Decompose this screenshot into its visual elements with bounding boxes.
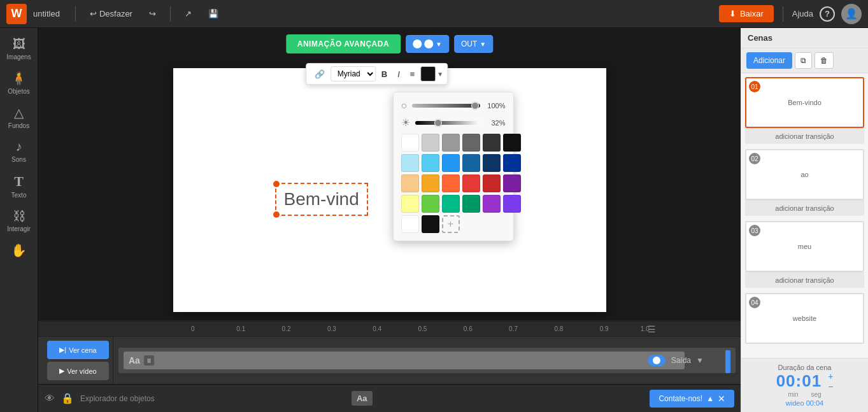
- link-button[interactable]: 🔗: [310, 67, 329, 82]
- scene-thumb-1[interactable]: 01 Bem-vindo: [745, 77, 864, 128]
- swatch-lyellow[interactable]: [401, 174, 419, 192]
- sidebar-item-text[interactable]: T Texto: [2, 169, 36, 202]
- out-button[interactable]: OUT ▼: [454, 35, 493, 53]
- sidebar-item-images[interactable]: 🖼 Imagens: [2, 33, 36, 64]
- scene-item-1[interactable]: 01 Bem-vindo adicionar transição: [745, 77, 864, 144]
- backgrounds-icon: △: [14, 105, 24, 120]
- scene-thumb-3[interactable]: 03 meu: [745, 221, 864, 272]
- scene-thumb-2[interactable]: 02 ao: [745, 149, 864, 200]
- canvas[interactable]: Bem-vind: [173, 68, 606, 312]
- swatch-navy[interactable]: [503, 154, 521, 172]
- top-bar-right: ⬇ Baixar Ajuda ? 👤: [719, 4, 862, 24]
- swatch-indigo[interactable]: [503, 195, 521, 213]
- swatch-orange[interactable]: [422, 174, 439, 192]
- brightness-track[interactable]: [415, 121, 480, 125]
- scene-item-3[interactable]: 03 meu adicionar transição: [745, 221, 864, 288]
- swatch-lblue[interactable]: [401, 154, 419, 172]
- redo-button[interactable]: ↪: [144, 6, 161, 21]
- swatch-white[interactable]: [401, 134, 419, 152]
- swatch-green[interactable]: [422, 195, 439, 213]
- swatch-lgray[interactable]: [422, 134, 439, 152]
- sidebar-item-objects[interactable]: 🧍 Objetos: [2, 67, 36, 99]
- play-pause-btn[interactable]: ⏸: [144, 355, 154, 366]
- swatch-bottom-black[interactable]: [422, 215, 439, 233]
- swatch-dgray[interactable]: [462, 134, 480, 152]
- share-button[interactable]: ↗: [180, 6, 197, 21]
- resize-handle-bl[interactable]: [273, 211, 280, 218]
- swatch-violet[interactable]: [483, 195, 501, 213]
- scene-preview-1: Bem-vindo: [788, 99, 822, 106]
- add-transition-btn-2[interactable]: adicionar transição: [745, 200, 864, 216]
- add-custom-color-button[interactable]: +: [442, 215, 460, 233]
- swatch-bottom-white[interactable]: [401, 215, 419, 233]
- resize-handle-tl[interactable]: [273, 181, 280, 187]
- user-avatar[interactable]: 👤: [841, 4, 862, 24]
- duration-increase[interactable]: +: [828, 372, 833, 381]
- color-dropdown-icon[interactable]: ▼: [437, 71, 443, 78]
- lock-icon[interactable]: 🔒: [61, 392, 74, 404]
- swatch-yellow[interactable]: [401, 195, 419, 213]
- app-logo: W: [6, 4, 27, 24]
- swatch-black[interactable]: [503, 134, 521, 152]
- delete-scene-button[interactable]: 🗑: [815, 52, 834, 69]
- left-sidebar: 🖼 Imagens 🧍 Objetos △ Fundos ♪ Sons T Te…: [0, 28, 38, 412]
- sidebar-item-backgrounds[interactable]: △ Fundos: [2, 101, 36, 133]
- undo-icon: ↩: [90, 9, 97, 18]
- swatch-purple[interactable]: [503, 174, 521, 192]
- download-button[interactable]: ⬇ Baixar: [719, 5, 774, 22]
- italic-button[interactable]: I: [393, 67, 404, 82]
- font-selector[interactable]: Myriad: [331, 66, 376, 82]
- swatch-dorange[interactable]: [442, 174, 460, 192]
- ruler-0: 0: [191, 325, 195, 332]
- swatch-dred[interactable]: [483, 174, 501, 192]
- contact-us-bar[interactable]: Contate-nos! ▲ ✕: [650, 390, 734, 408]
- swatch-skyblue[interactable]: [422, 154, 439, 172]
- expand-up-icon: ▲: [706, 394, 714, 403]
- timeline-end-handle[interactable]: [725, 350, 730, 373]
- duplicate-scene-button[interactable]: ⧉: [795, 52, 812, 69]
- add-transition-btn-1[interactable]: adicionar transição: [745, 128, 864, 144]
- text-element[interactable]: Bem-vind: [275, 183, 368, 216]
- undo-button[interactable]: ↩ Desfazer: [85, 6, 138, 21]
- swatch-mgray[interactable]: [442, 134, 460, 152]
- swatch-blue[interactable]: [442, 154, 460, 172]
- sidebar-item-interact[interactable]: ⛓ Interagir: [2, 205, 36, 236]
- swatch-vdgray[interactable]: [483, 134, 501, 152]
- toggle-button[interactable]: ▼: [406, 35, 449, 53]
- canvas-toolbar: ANIMAÇÃO AVANÇADA ▼ OUT ▼: [286, 34, 493, 53]
- add-scene-button[interactable]: Adicionar: [746, 52, 792, 69]
- eye-icon[interactable]: 👁: [45, 393, 55, 404]
- swatch-red[interactable]: [462, 174, 480, 192]
- swatch-teal[interactable]: [442, 195, 460, 213]
- swatch-dblue[interactable]: [462, 154, 480, 172]
- bold-button[interactable]: B: [377, 67, 392, 82]
- sidebar-item-sounds[interactable]: ♪ Sons: [2, 136, 36, 167]
- sidebar-item-hand[interactable]: ✋: [2, 239, 36, 262]
- track-toggle[interactable]: [648, 355, 665, 366]
- view-video-button[interactable]: ▶ Ver vídeo: [47, 362, 109, 380]
- view-scene-button[interactable]: ▶| Ver cena: [47, 341, 109, 359]
- scene-item-2[interactable]: 02 ao adicionar transição: [745, 149, 864, 216]
- color-picker-button[interactable]: [420, 66, 436, 82]
- swatch-dteal[interactable]: [462, 195, 480, 213]
- opacity-track[interactable]: [412, 104, 480, 108]
- add-transition-btn-3[interactable]: adicionar transição: [745, 272, 864, 288]
- color-picker-panel: ○ 100% ☀ 32%: [393, 92, 514, 241]
- opacity-thumb[interactable]: [471, 102, 479, 110]
- help-icon[interactable]: ?: [820, 6, 835, 22]
- brightness-value: 32%: [485, 119, 506, 127]
- scene-item-4[interactable]: 04 website: [745, 293, 864, 344]
- swatch-vdblue[interactable]: [483, 154, 501, 172]
- align-button[interactable]: ≡: [406, 67, 420, 82]
- scene-thumb-4[interactable]: 04 website: [745, 293, 864, 344]
- advanced-animation-button[interactable]: ANIMAÇÃO AVANÇADA: [286, 34, 401, 53]
- track-dropdown[interactable]: ▼: [696, 356, 704, 365]
- timeline-track-bar[interactable]: Aa ⏸: [124, 352, 685, 369]
- duration-decrease[interactable]: −: [828, 382, 833, 391]
- color-bottom-row: +: [401, 215, 506, 233]
- close-contact-icon[interactable]: ✕: [718, 394, 725, 404]
- separator: [75, 6, 76, 22]
- saida-label: Saída: [671, 356, 691, 365]
- brightness-thumb[interactable]: [434, 119, 442, 127]
- save-button[interactable]: 💾: [203, 6, 224, 21]
